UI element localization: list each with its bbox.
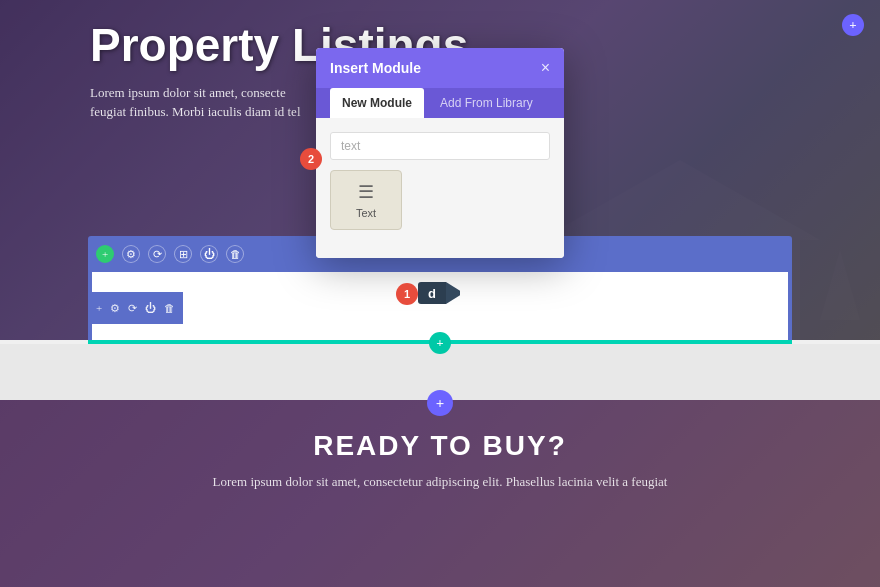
hero-subtitle: Lorem ipsum dolor sit amet, consecte feu…: [90, 83, 310, 122]
modal-close-button[interactable]: ×: [541, 60, 550, 76]
bottom-section: READY TO BUY? Lorem ipsum dolor sit amet…: [0, 400, 880, 587]
divi-logo-wing: [446, 282, 460, 304]
divi-logo-d: d: [418, 282, 446, 304]
row-delete-icon[interactable]: 🗑: [164, 302, 175, 314]
modal-body: ☰ Text: [316, 118, 564, 258]
disable-icon[interactable]: ⏻: [200, 245, 218, 263]
delete-icon[interactable]: 🗑: [226, 245, 244, 263]
row-duplicate-icon[interactable]: ⟳: [128, 302, 137, 315]
add-column-button[interactable]: +: [96, 245, 114, 263]
modal-header: Insert Module ×: [316, 48, 564, 88]
modal-tabs: New Module Add From Library: [316, 88, 564, 118]
module-grid: ☰ Text: [330, 170, 550, 230]
text-module-label: Text: [356, 207, 376, 219]
bottom-title: READY TO BUY?: [0, 430, 880, 462]
add-section-button[interactable]: +: [427, 390, 453, 416]
module-search-input[interactable]: [330, 132, 550, 160]
text-module-icon: ☰: [358, 181, 374, 203]
row-settings-icon[interactable]: ⚙: [110, 302, 120, 315]
row-add-icon[interactable]: +: [96, 302, 102, 314]
insert-module-modal: Insert Module × New Module Add From Libr…: [316, 48, 564, 258]
add-row-teal-button[interactable]: +: [429, 332, 451, 354]
grid-icon[interactable]: ⊞: [174, 245, 192, 263]
divi-logo: d: [418, 282, 460, 304]
text-module-item[interactable]: ☰ Text: [330, 170, 402, 230]
bottom-subtitle: Lorem ipsum dolor sit amet, consectetur …: [190, 472, 690, 492]
row-toolbar: + ⚙ ⟳ ⏻ 🗑: [88, 292, 183, 324]
settings-icon[interactable]: ⚙: [122, 245, 140, 263]
row-disable-icon[interactable]: ⏻: [145, 302, 156, 314]
step-badge-2: 2: [300, 148, 322, 170]
modal-title: Insert Module: [330, 60, 421, 76]
step-badge-1: 1: [396, 283, 418, 305]
tab-add-from-library[interactable]: Add From Library: [428, 88, 545, 118]
duplicate-icon[interactable]: ⟳: [148, 245, 166, 263]
add-section-top-right-button[interactable]: +: [842, 14, 864, 36]
tab-new-module[interactable]: New Module: [330, 88, 424, 118]
